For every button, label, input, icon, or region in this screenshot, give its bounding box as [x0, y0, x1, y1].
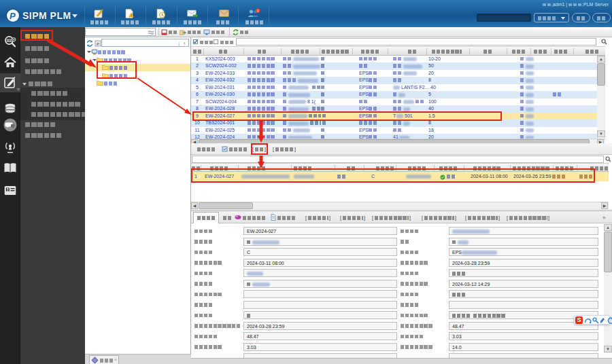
- svg-text:0: 0: [257, 9, 259, 13]
- svg-text:P: P: [97, 42, 99, 46]
- svg-text:KMS: KMS: [7, 39, 13, 42]
